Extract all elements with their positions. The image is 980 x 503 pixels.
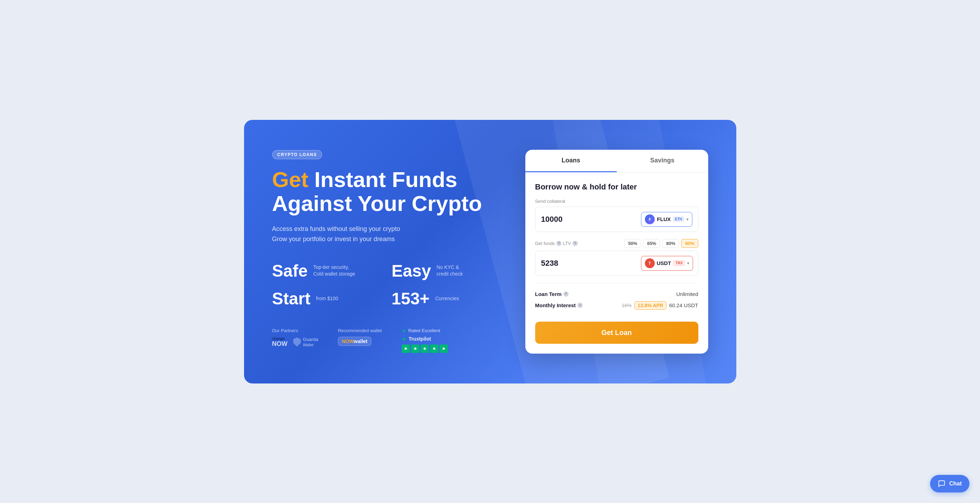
funds-input-row[interactable]: T USDT TRX ▾: [535, 251, 698, 276]
trustpilot-rated-text: Rated Excellent: [408, 328, 440, 333]
trustpilot-brand-name: Trustpilot: [409, 336, 431, 342]
ltv-row: Get funds ? LTV ? 50% 65% 80% 90%: [535, 239, 698, 248]
funds-currency-selector[interactable]: T USDT TRX ▾: [641, 256, 694, 271]
feature-currencies-desc: Currencies: [435, 295, 459, 302]
trustpilot-star-icon: ★: [402, 328, 406, 333]
feature-currencies: 153+ Currencies: [392, 289, 490, 308]
loan-card: Loans Savings Borrow now & hold for late…: [525, 150, 708, 354]
info-rows: Loan Term ? Unlimited Monthly Interest ?…: [535, 283, 698, 312]
ltv-65[interactable]: 65%: [643, 239, 660, 248]
ltv-90[interactable]: 90%: [681, 239, 698, 248]
trustpilot-group: ★ Rated Excellent ★ Trustpilot ★ ★ ★ ★ ★: [402, 328, 448, 353]
feature-easy-desc: No KYC &credit check: [437, 264, 463, 278]
tab-loans[interactable]: Loans: [525, 150, 617, 172]
trustpilot-brand-row: ★ Trustpilot: [402, 336, 448, 342]
loan-term-value: Unlimited: [676, 291, 698, 297]
monthly-interest-amount: 60.24 USDT: [669, 302, 698, 308]
monthly-interest-row: Monthly Interest ? 16% 13.8% APR 60.24 U…: [535, 299, 698, 312]
feature-start-label: Start: [272, 289, 310, 308]
subtitle-line1: Access extra funds without selling your …: [272, 225, 400, 232]
ltv-label: Get funds ? LTV ?: [535, 241, 578, 246]
ltv-options: 50% 65% 80% 90%: [624, 239, 698, 248]
feature-easy-label: Easy: [392, 261, 431, 281]
monthly-interest-info-icon: ?: [578, 303, 583, 308]
monthly-interest-key: Monthly Interest ?: [535, 302, 583, 308]
loan-term-info-icon: ?: [563, 291, 569, 297]
chat-label: Chat: [949, 481, 962, 487]
collateral-network-tag: ETH: [673, 217, 684, 222]
headline-get: Get: [272, 167, 309, 192]
trustpilot-stars: ★ ★ ★ ★ ★: [402, 344, 448, 353]
subtitle: Access extra funds without selling your …: [272, 224, 490, 244]
main-container: CRYPTO LOANS Get Instant Funds Against Y…: [244, 120, 736, 384]
ltv-80[interactable]: 80%: [662, 239, 679, 248]
feature-currencies-count: 153+: [392, 289, 430, 308]
star-2: ★: [411, 344, 420, 353]
funds-dropdown-arrow: ▾: [687, 261, 689, 266]
features-grid: Safe Top-tier security,Cold wallet stora…: [272, 261, 490, 308]
collateral-input-row[interactable]: F FLUX ETH ▾: [535, 207, 698, 232]
guarda-logo: GuardaWallet: [293, 337, 318, 347]
partners-section: Our Partners change NOW GuardaWallet Rec…: [272, 328, 490, 353]
subtitle-line2: Grow your portfolio or invest in your dr…: [272, 235, 395, 243]
nowwallet-badge: NOWwallet: [338, 337, 371, 346]
chat-button[interactable]: Chat: [930, 475, 969, 492]
funds-input[interactable]: [541, 259, 641, 268]
feature-safe-desc: Top-tier security,Cold wallet storage: [313, 264, 355, 278]
changenow-logo: change NOW: [272, 337, 288, 347]
collateral-currency-selector[interactable]: F FLUX ETH ▾: [641, 212, 692, 227]
star-5: ★: [439, 344, 448, 353]
recommended-wallet-group: Recommended wallet NOWwallet: [338, 328, 382, 346]
funds-network-tag: TRX: [673, 260, 685, 266]
our-partners-label: Our Partners: [272, 328, 318, 333]
feature-easy: Easy No KYC &credit check: [392, 261, 490, 281]
loan-term-row: Loan Term ? Unlimited: [535, 289, 698, 299]
guarda-shield-icon: [293, 338, 301, 347]
funds-info-icon: ?: [573, 241, 578, 246]
collateral-dropdown-arrow: ▾: [686, 217, 689, 222]
borrow-title: Borrow now & hold for later: [535, 182, 698, 192]
card-tabs: Loans Savings: [525, 150, 708, 173]
star-3: ★: [420, 344, 429, 353]
star-1: ★: [402, 344, 410, 353]
collateral-label: Send collateral: [535, 198, 698, 204]
flux-icon: F: [645, 214, 655, 224]
crypto-loans-badge: CRYPTO LOANS: [272, 150, 323, 159]
funds-currency-name: USDT: [657, 260, 671, 266]
chat-bubble-icon: [938, 480, 945, 487]
ltv-info-icon: ?: [556, 241, 562, 246]
feature-safe-label: Safe: [272, 261, 308, 281]
loan-term-key: Loan Term ?: [535, 291, 569, 297]
collateral-currency-name: FLUX: [657, 216, 671, 222]
card-body: Borrow now & hold for later Send collate…: [525, 173, 708, 354]
feature-start-desc: from $100: [316, 295, 338, 302]
get-loan-button[interactable]: Get Loan: [535, 322, 698, 344]
partner-logos: change NOW GuardaWallet: [272, 337, 318, 347]
recommended-wallet-label: Recommended wallet: [338, 328, 382, 333]
apr-badge: 16% 13.8% APR 60.24 USDT: [622, 301, 698, 310]
trustpilot-brand-icon: ★: [402, 336, 406, 342]
left-section: CRYPTO LOANS Get Instant Funds Against Y…: [272, 150, 490, 353]
now-wallet-logo: NOWwallet: [338, 337, 382, 346]
our-partners-group: Our Partners change NOW GuardaWallet: [272, 328, 318, 347]
feature-safe: Safe Top-tier security,Cold wallet stora…: [272, 261, 371, 281]
ltv-text: LTV: [563, 241, 571, 246]
feature-start: Start from $100: [272, 289, 371, 308]
right-section: Loans Savings Borrow now & hold for late…: [525, 150, 708, 354]
headline: Get Instant Funds Against Your Crypto: [272, 168, 490, 216]
star-4: ★: [430, 344, 439, 353]
apr-new: 13.8% APR: [634, 301, 667, 310]
collateral-input[interactable]: [541, 215, 641, 224]
ltv-50[interactable]: 50%: [624, 239, 641, 248]
tab-savings[interactable]: Savings: [617, 150, 708, 172]
apr-old: 16%: [622, 303, 632, 308]
trustpilot-rated-label: ★ Rated Excellent: [402, 328, 448, 333]
usdt-icon: T: [645, 259, 655, 268]
